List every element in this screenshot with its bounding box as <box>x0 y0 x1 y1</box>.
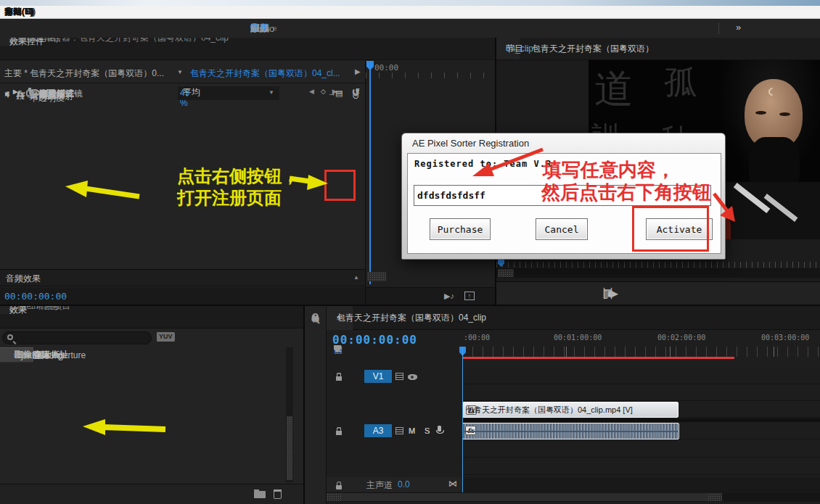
sync-lock-icon[interactable] <box>395 427 403 434</box>
effect-controls-timecode[interactable]: 00:00:00:00 <box>0 287 365 305</box>
annotation-yellow-text: 点击右侧按钮， <box>177 165 299 188</box>
solo-button[interactable] <box>425 426 430 435</box>
master-level-value[interactable]: 0.0 <box>398 479 410 489</box>
purchase-button[interactable]: Purchase <box>430 218 491 240</box>
track-lane-v1[interactable]: fx 包青天之开封奇案（国粤双语）04_clip.mp4 [V] <box>462 402 820 418</box>
timeline-scrollbar-thumb[interactable] <box>327 493 722 501</box>
effect-setup-button[interactable] <box>328 88 342 98</box>
lift-icon[interactable] <box>604 289 609 298</box>
master-track-header[interactable]: 主声道 0.0 <box>327 477 462 492</box>
panel-tab-label: 元数据 <box>9 38 36 44</box>
effects-scrollbar-thumb[interactable] <box>287 416 292 480</box>
track-lane-a1[interactable]: fx <box>462 423 820 439</box>
track-group-divider <box>462 418 820 422</box>
mini-playhead-icon[interactable] <box>366 61 374 70</box>
property-value[interactable]: 45 <box>180 88 189 98</box>
window-titlebar[interactable] <box>0 0 820 6</box>
effects-browser-panel: 项目：常用项目 信息 效果 Lumetri 范围 <box>0 306 303 504</box>
tree-item-label: 图像控制 <box>15 349 49 361</box>
effects-scrollbar[interactable] <box>286 347 293 482</box>
render-bar-red <box>462 357 734 359</box>
master-clip-label[interactable]: 主要 * 包青天之开封奇案（国粤双语）0... <box>4 67 174 80</box>
zoom-tool-icon[interactable] <box>312 313 319 320</box>
program-scrollbar[interactable] <box>496 268 820 278</box>
program-scrub-ruler[interactable] <box>496 259 820 268</box>
search-icon <box>7 334 13 340</box>
track-lane-a2[interactable] <box>462 441 820 458</box>
dialog-title: AE Pixel Sorter Registration <box>412 138 529 149</box>
track-lane-v3[interactable] <box>462 368 820 384</box>
annotation-red-text: 然后点击右下角按钮 <box>541 180 711 205</box>
panel-tab-label: 音频剪辑混合器：包青天之开封奇案（国粤双语）04_clip <box>9 38 229 44</box>
mini-scrollbar-thumb[interactable] <box>367 272 386 281</box>
premiere-pro-window: 文件(F)编辑(E)剪辑(C)序列(S)标记(M)字幕(T)窗口(W)帮助(H)… <box>0 0 820 504</box>
new-bin-icon[interactable] <box>254 491 266 498</box>
add-keyframe-icon[interactable] <box>321 88 326 95</box>
track-lock-icon[interactable] <box>336 431 342 435</box>
wrench-icon[interactable] <box>334 344 343 355</box>
show-timeline-view-icon[interactable]: ▶ <box>355 67 361 75</box>
program-monitor-tab[interactable]: 节目：包青天之开封奇案（国粤双语） 04_clip <box>496 38 520 59</box>
annotation-red-text: 填写任意内容， <box>543 157 675 183</box>
track-lock-icon[interactable] <box>336 485 342 489</box>
export-frame-icon[interactable] <box>464 292 475 300</box>
property-dropdown[interactable]: 平均 <box>178 86 279 99</box>
track-visibility-eye-icon[interactable] <box>408 374 417 380</box>
panel-tab-label: Lumetri 范围 <box>9 306 58 313</box>
track-lane-a3[interactable] <box>462 458 820 475</box>
timeline-ruler[interactable]: :00:0000:01:00:0000:02:00:0000:03:00:00 <box>462 332 820 345</box>
trash-icon[interactable] <box>274 489 282 499</box>
workspace-tab-label: Audio <box>250 23 274 34</box>
effect-controls-header: 主要 * 包青天之开封奇案（国粤双语）0... ▼ 包青天之开封奇案（国粤双语）… <box>0 62 365 83</box>
sync-lock-icon[interactable] <box>395 373 403 380</box>
panel-tab-row: 源：(无剪辑) 效果控件 音频剪辑混合器：包青天之开封奇案（国粤双语）04_cl… <box>0 38 495 60</box>
audio-effects-section[interactable]: 音频效果 ▲ <box>0 269 365 286</box>
mute-button[interactable] <box>409 426 415 435</box>
sequence-tab[interactable]: 包青天之开封奇案（国粤双语）04_clip <box>327 306 353 330</box>
audio-effects-label: 音频效果 <box>6 273 41 285</box>
annotation-red-box-activate <box>632 206 709 252</box>
track-lane-v2[interactable] <box>462 385 820 401</box>
twirl-icon[interactable] <box>5 90 11 96</box>
ruler-label: 00:01:00:00 <box>554 334 602 342</box>
audio-clip-waveform[interactable]: fx <box>462 423 679 439</box>
play-audio-icon[interactable] <box>444 292 454 301</box>
chevron-down-icon[interactable]: ▼ <box>177 69 183 75</box>
program-scrollbar-thumb[interactable] <box>498 269 514 277</box>
timeline-lanes[interactable]: fx 包青天之开封奇案（国粤双语）04_clip.mp4 [V] fx <box>462 368 820 492</box>
timeline-scrollbar[interactable] <box>327 492 820 502</box>
effects-search-input[interactable] <box>2 331 152 344</box>
sequence-clip-label[interactable]: 包青天之开封奇案（国粤双语）04_cl... <box>190 67 340 80</box>
track-lane-master[interactable] <box>462 477 820 492</box>
timeline-timecode[interactable]: 00:00:00:00 <box>332 333 417 347</box>
voiceover-mic-icon[interactable] <box>438 426 441 431</box>
track-target-badge[interactable]: A3 <box>364 424 392 437</box>
workspace-tab[interactable]: Audio <box>237 23 288 34</box>
effects-panel-footer <box>0 484 303 504</box>
timeline-panel: 包青天之开封奇案（国粤双语）04_clip 00:00:00:00 :00:00… <box>305 306 820 504</box>
annotation-red-box-setup-button <box>324 170 356 201</box>
track-lock-icon[interactable] <box>336 376 342 381</box>
clip-fx-badge: fx <box>465 426 476 435</box>
cancel-button[interactable]: Cancel <box>536 218 588 240</box>
sequence-tab-row: 包青天之开封奇案（国粤双语）04_clip <box>327 306 820 330</box>
workspace-tab-bar: 组件 编辑 颜色 效果 音频 字幕 <box>0 19 820 38</box>
playhead-line[interactable] <box>462 347 463 492</box>
reset-effect-icon[interactable] <box>352 87 360 96</box>
fit-icon[interactable] <box>448 479 457 489</box>
master-track-label: 主声道 <box>366 479 393 492</box>
video-clip[interactable]: fx 包青天之开封奇案（国粤双语）04_clip.mp4 [V] <box>462 402 678 418</box>
stopwatch-icon[interactable] <box>26 89 33 96</box>
ruler-ticks[interactable] <box>462 347 820 357</box>
scroll-up-icon[interactable]: ▲ <box>353 274 359 281</box>
menu-item[interactable]: 帮助(H) <box>4 6 34 18</box>
calligraphy-char: 孤 <box>664 60 697 105</box>
track-target-badge[interactable]: V1 <box>364 370 392 383</box>
previous-keyframe-icon[interactable] <box>309 88 314 95</box>
yuv-icon[interactable]: YUV <box>157 332 175 342</box>
mini-playhead-line[interactable] <box>369 62 371 284</box>
sequence-tab-label: 包青天之开封奇案（国粤双语）04_clip <box>337 312 486 324</box>
twirl-icon[interactable] <box>13 88 17 95</box>
overflow-chevron-icon[interactable]: » <box>736 22 741 33</box>
effects-tree-row[interactable]: 图像控制 <box>0 347 15 363</box>
